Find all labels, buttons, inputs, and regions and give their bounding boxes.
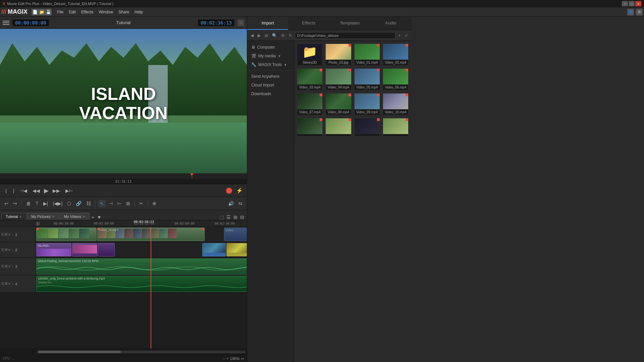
tab-audio[interactable]: Audio [370,17,411,30]
menu-help[interactable]: Help [132,8,146,16]
tab-tutorial[interactable]: Tutorial ✕ [1,213,26,220]
account-icon[interactable]: 👤 [627,9,634,15]
search-button[interactable]: 🔍 [271,33,278,39]
minimize-button[interactable]: ─ [622,1,628,6]
clip-1-3[interactable]: Video... [224,228,247,241]
save-icon[interactable]: 💾 [45,9,52,15]
fit-timeline-button[interactable]: ⇔ [241,356,244,361]
media-item-video05[interactable]: Video_05.mp4 [354,68,380,90]
record-button[interactable] [226,188,232,194]
mark-out-button[interactable]: ⌋ [11,187,15,194]
add-location-button[interactable]: + [397,33,402,39]
menu-share[interactable]: Share [116,8,132,16]
tab-my-pictures[interactable]: My Pictures ✕ [27,213,59,220]
text-button[interactable]: T [34,200,40,207]
track-down-1[interactable]: ↕ [11,233,14,237]
link-button[interactable]: 🔗 [74,200,83,207]
track-content-3[interactable]: Island Feeling_normal.mxcOGG 120.00 BPM [36,258,247,275]
maximize-button[interactable]: □ [629,1,635,6]
media-item-video04[interactable]: Video_04.mp4 [325,68,351,90]
new-icon[interactable]: 📄 [32,9,38,15]
select-tool[interactable]: ↖ [98,200,106,207]
scene-view[interactable]: ⊞ [232,215,239,220]
storyboard-view[interactable]: ⬚ [218,215,225,220]
media-item-partial2[interactable] [325,118,351,136]
tab-tutorial-close[interactable]: ✕ [19,215,22,219]
clip-4-1[interactable]: 160280_unfg_forest-ambient-with-a-birdso… [36,276,247,292]
clip-3-1[interactable]: Island Feeling_normal.mxcOGG 120.00 BPM [36,258,247,275]
split-button[interactable]: |◀▶| [51,200,64,207]
clip-2-1[interactable]: ISLAND... [36,243,71,256]
prev-frame-button[interactable]: ◀◀ [31,187,41,194]
nav-cloud-import[interactable]: Cloud Import [247,81,294,89]
track-content-2[interactable]: ISLAND... [36,242,247,257]
chapter-button[interactable]: ▶| [42,200,50,207]
media-item-video10[interactable]: Video_10.mp4 [383,93,409,115]
media-item-stereo3d[interactable]: 📁 Stereo3D [297,44,323,66]
split-tool[interactable]: ⊢ [116,200,123,207]
tab-templates[interactable]: Templates [329,17,370,30]
nav-forward-button[interactable]: ▶ [256,33,262,39]
effects-button[interactable]: ⬡ [65,200,73,207]
nav-send-anywhere[interactable]: Send Anywhere [247,72,294,81]
undo-button[interactable]: ↩ [3,200,10,207]
mark-in-button[interactable]: ⌊ [4,187,8,194]
expand-panel-button[interactable]: ⇆ [237,200,244,207]
trim-tool[interactable]: ⊣ [107,200,114,207]
nav-back-button[interactable]: ◀ [249,33,255,39]
menu-effects[interactable]: Effects [78,8,96,16]
track-solo-2[interactable]: ≡ [8,248,10,252]
zoom-minus-button[interactable]: − [223,356,225,361]
clip-2-3[interactable] [98,243,115,256]
tab-my-pictures-close[interactable]: ✕ [52,215,55,219]
tab-import[interactable]: Import [247,17,288,30]
zoom-plus-button[interactable]: + [226,356,229,361]
tab-my-videos-close[interactable]: ✕ [83,215,85,219]
menu-window[interactable]: Window [96,8,116,16]
unlink-button[interactable]: ⛓ [85,200,93,207]
next-frame-button[interactable]: ▶▶ [51,187,61,194]
media-item-video02[interactable]: Video_02.mp4 [383,44,409,66]
clip-2-5[interactable] [226,243,247,256]
clip-1-2[interactable]: Video_10.mp4 [97,228,205,241]
tab-effects[interactable]: Effects [288,17,329,30]
track-solo-3[interactable]: ≡ [8,264,10,268]
preview-scrubber[interactable] [0,173,247,179]
delete-button[interactable]: 🗑 [24,200,33,207]
media-item-video07[interactable]: Video_07.mp4 [297,93,323,115]
track-solo-1[interactable]: ≡ [8,233,10,236]
path-input[interactable] [295,32,395,39]
clip-2-2[interactable] [72,243,97,256]
media-item-partial1[interactable] [297,118,323,136]
track-solo-4[interactable]: ≡ [8,282,10,286]
prev-marker-button[interactable]: ⊣◀ [18,187,29,194]
grid-view-button[interactable]: ⊞ [263,33,269,39]
play-button[interactable]: ▶ [44,187,49,194]
scrollbar-thumb[interactable] [38,351,121,353]
insert-button[interactable]: ⊕ [151,200,158,207]
media-item-video01[interactable]: Video_01.mp4 [354,44,380,66]
refresh-button[interactable]: ↻ [287,33,293,39]
multiselect-tool[interactable]: ⊞ [124,200,132,207]
volume-icon[interactable]: 🔊 [226,200,235,207]
tab-my-videos[interactable]: My Videos ✕ [60,213,90,220]
next-marker-button[interactable]: ▶⊢ [64,187,74,194]
media-item-photo10[interactable]: Photo_10.jpg [325,44,351,66]
track-down-3[interactable]: ↕ [11,264,14,268]
cut-tool[interactable]: ✂ [138,200,145,207]
track-content-1[interactable]: Video_10.mp4 Video... [36,227,247,242]
timeline-view[interactable]: ☰ [225,215,232,220]
nav-magix-tools[interactable]: 🔧 MAGIX Tools ▼ [247,60,294,69]
open-icon[interactable]: 📁 [38,9,45,15]
redo-button[interactable]: ↪ [11,200,19,207]
media-item-video08[interactable]: Video_08.mp4 [325,93,351,115]
overview-toggle[interactable]: ⊟ [239,215,246,220]
add-tab-button[interactable]: + [90,215,96,220]
clip-1-1[interactable] [36,228,97,241]
nav-computer[interactable]: 🖥 Computer [247,43,294,52]
media-item-partial4[interactable] [383,118,409,136]
settings-button[interactable]: ⚙ [280,33,286,39]
media-item-video09[interactable]: Video_09.mp4 [354,93,380,115]
track-down-4[interactable]: ↕ [11,282,14,286]
smart-render-button[interactable]: ⚡ [236,187,243,194]
